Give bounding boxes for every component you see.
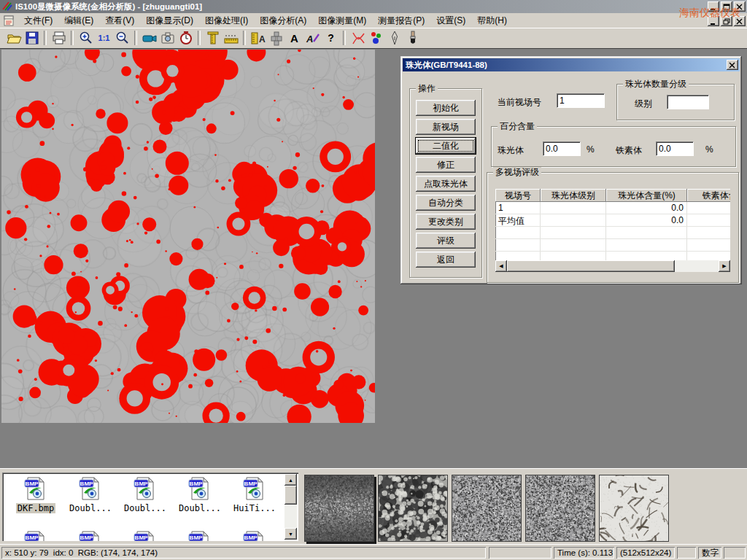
measure-text-icon[interactable]: A	[249, 29, 267, 47]
thumbnail-3[interactable]	[452, 475, 522, 542]
svg-text:BMP: BMP	[26, 481, 39, 487]
ferrite-percent-input[interactable]: 0.0	[656, 141, 694, 156]
scroll-right-icon[interactable]: ▶	[719, 260, 730, 272]
file-name[interactable]: Doubl...	[177, 503, 222, 513]
table-hscrollbar[interactable]: ◀ ▶	[495, 260, 730, 272]
actual-size-icon[interactable]: 1:1	[95, 29, 113, 47]
file-list-vscrollbar[interactable]: ▲ ▼	[285, 474, 297, 540]
correct-button[interactable]: 修正	[416, 157, 476, 173]
file-item[interactable]: BMP	[228, 531, 281, 541]
menu-file[interactable]: 文件(F)	[18, 13, 58, 28]
thumbnail-1[interactable]	[304, 475, 374, 542]
table-row-empty	[495, 239, 730, 252]
menu-settings[interactable]: 设置(S)	[430, 13, 471, 28]
new-field-button[interactable]: 新视场	[416, 119, 476, 135]
help-icon[interactable]: ?	[322, 29, 340, 47]
toolbar-separator	[343, 31, 346, 45]
caliper-icon[interactable]	[204, 29, 222, 47]
menu-image-measure[interactable]: 图像测量(M)	[312, 13, 372, 28]
toolbar-separator	[198, 31, 201, 45]
curve-icon[interactable]	[349, 29, 367, 47]
table-row[interactable]: 1 0.0	[495, 202, 730, 214]
file-item[interactable]: BMP	[64, 531, 117, 541]
pearlite-label: 珠光体	[498, 144, 524, 157]
bmp-file-icon: BMP	[187, 477, 212, 500]
menu-help[interactable]: 帮助(H)	[471, 13, 513, 28]
ruler-icon[interactable]	[222, 29, 240, 47]
annotate-icon[interactable]: A	[303, 29, 322, 47]
file-item[interactable]: BMP	[9, 531, 62, 541]
bmp-file-icon: BMP	[242, 477, 267, 500]
menu-image-analysis[interactable]: 图像分析(A)	[254, 13, 312, 28]
file-item[interactable]: BMP	[119, 531, 171, 541]
init-button[interactable]: 初始化	[416, 100, 476, 116]
bmp-file-icon: BMP	[242, 531, 267, 541]
thumbnail-5[interactable]	[599, 475, 669, 542]
file-item[interactable]: BMP Doubl...	[119, 477, 171, 513]
open-icon[interactable]	[4, 29, 23, 47]
timer-icon[interactable]	[177, 29, 195, 47]
file-item[interactable]: BMP Doubl...	[174, 477, 226, 513]
bmp-file-icon: BMP	[187, 531, 212, 541]
file-name[interactable]: Doubl...	[68, 503, 113, 513]
title-bar: IS100显微摄像系统(金相分析版) - [zhuguangti01]	[0, 0, 747, 13]
scroll-down-icon[interactable]: ▼	[285, 528, 297, 540]
menu-image-display[interactable]: 图像显示(D)	[140, 13, 199, 28]
thumbnail-2[interactable]	[378, 475, 448, 542]
status-mode: 数字	[698, 547, 721, 559]
menu-view[interactable]: 查看(V)	[99, 13, 140, 28]
file-item[interactable]: BMP Doubl...	[64, 477, 117, 513]
save-icon[interactable]	[23, 29, 41, 47]
classify-count-icon[interactable]	[367, 29, 385, 47]
menu-edit[interactable]: 编辑(E)	[58, 13, 99, 28]
capture-icon[interactable]	[158, 29, 177, 47]
file-name[interactable]: DKF.bmp	[16, 503, 56, 513]
current-field-input[interactable]: 1	[557, 93, 605, 108]
vscroll-thumb[interactable]	[285, 486, 297, 505]
svg-text:BMP: BMP	[190, 534, 203, 541]
video-camera-icon[interactable]	[140, 29, 158, 47]
zoom-out-icon[interactable]	[113, 29, 131, 47]
scroll-up-icon[interactable]: ▲	[285, 474, 297, 486]
file-item[interactable]: BMP HuiTi...	[228, 477, 281, 513]
col-grade: 珠光体级别	[541, 189, 606, 202]
grade-button[interactable]: 评级	[416, 233, 476, 249]
menu-image-processing[interactable]: 图像处理(I)	[199, 13, 254, 28]
col-pearlite: 珠光体含量(%)	[606, 189, 687, 202]
dialog-close-button[interactable]	[727, 60, 738, 70]
zoom-in-icon[interactable]	[77, 29, 95, 47]
return-button[interactable]: 返回	[416, 252, 476, 268]
svg-text:BMP: BMP	[80, 481, 93, 487]
pick-pearlite-button[interactable]: 点取珠光体	[416, 176, 476, 192]
table-row[interactable]: 平均值 0.0	[495, 214, 730, 227]
bmp-file-icon: BMP	[78, 531, 103, 541]
pen-icon[interactable]	[385, 29, 403, 47]
pearlite-percent-input[interactable]: 0.0	[543, 141, 581, 156]
thumbnail-4[interactable]	[525, 475, 595, 542]
grading-group: 珠光体数量分级 级别	[616, 84, 735, 120]
dialog-title-bar[interactable]: 珠光体(GB/T9441-88)	[403, 58, 740, 71]
file-name[interactable]: HuiTi...	[232, 503, 277, 513]
text-icon[interactable]: A	[285, 29, 303, 47]
auto-classify-button[interactable]: 自动分类	[416, 195, 476, 211]
toolbar: 1:1 A A A ?	[0, 28, 747, 49]
menu-report[interactable]: 测量报告(P)	[372, 13, 430, 28]
hscroll-thumb[interactable]	[507, 260, 675, 272]
change-class-button[interactable]: 更改类别	[416, 214, 476, 230]
brush-icon[interactable]	[403, 29, 422, 47]
window-title: IS100显微摄像系统(金相分析版) - [zhuguangti01]	[15, 1, 202, 12]
pearlite-percent-sign: %	[587, 144, 595, 155]
file-name[interactable]: Doubl...	[123, 503, 168, 513]
level-input[interactable]	[667, 95, 709, 109]
micrograph-image[interactable]	[1, 50, 375, 423]
file-list: BMP DKF.bmp BMP Doubl... BMP Doubl... BM…	[2, 472, 298, 541]
svg-text:BMP: BMP	[244, 534, 258, 541]
toolbar-separator	[243, 31, 246, 45]
file-item[interactable]: BMP	[174, 531, 226, 541]
tile-icon[interactable]	[267, 29, 285, 47]
scroll-left-icon[interactable]: ◀	[495, 260, 507, 272]
print-icon[interactable]	[50, 29, 68, 47]
menu-bar: 文件(F) 编辑(E) 查看(V) 图像显示(D) 图像处理(I) 图像分析(A…	[0, 13, 747, 28]
file-item[interactable]: BMP DKF.bmp	[9, 477, 62, 513]
binarize-button[interactable]: 二值化	[416, 138, 476, 154]
